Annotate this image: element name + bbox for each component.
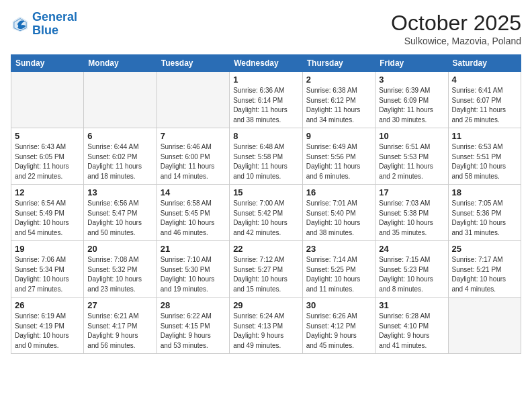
calendar-cell: 7Sunrise: 6:46 AMSunset: 6:00 PMDaylight… xyxy=(157,128,229,185)
calendar-table: SundayMondayTuesdayWednesdayThursdayFrid… xyxy=(11,54,521,354)
day-info: Sunrise: 7:00 AMSunset: 5:42 PMDaylight:… xyxy=(233,199,299,238)
weekday-header: Wednesday xyxy=(230,55,303,72)
day-number: 17 xyxy=(379,187,444,197)
calendar-cell: 9Sunrise: 6:49 AMSunset: 5:56 PMDaylight… xyxy=(302,128,375,185)
day-number: 9 xyxy=(306,131,371,141)
day-number: 5 xyxy=(15,131,80,141)
calendar-cell: 1Sunrise: 6:36 AMSunset: 6:14 PMDaylight… xyxy=(230,72,303,128)
day-number: 10 xyxy=(379,131,444,141)
day-info: Sunrise: 6:22 AMSunset: 4:15 PMDaylight:… xyxy=(161,312,226,351)
location-subtitle: Sulkowice, Mazovia, Poland xyxy=(391,36,521,46)
calendar-week-row: 12Sunrise: 6:54 AMSunset: 5:49 PMDayligh… xyxy=(11,185,521,241)
day-info: Sunrise: 6:56 AMSunset: 5:47 PMDaylight:… xyxy=(87,199,152,238)
day-number: 12 xyxy=(15,187,80,197)
day-info: Sunrise: 7:15 AMSunset: 5:23 PMDaylight:… xyxy=(379,255,444,294)
day-info: Sunrise: 7:06 AMSunset: 5:34 PMDaylight:… xyxy=(15,255,80,294)
logo-line2: Blue xyxy=(32,24,58,37)
day-number: 26 xyxy=(15,300,80,310)
calendar-cell: 15Sunrise: 7:00 AMSunset: 5:42 PMDayligh… xyxy=(230,185,303,241)
day-number: 23 xyxy=(306,244,371,254)
day-info: Sunrise: 6:54 AMSunset: 5:49 PMDaylight:… xyxy=(15,199,80,238)
calendar-cell: 26Sunrise: 6:19 AMSunset: 4:19 PMDayligh… xyxy=(11,298,84,354)
day-info: Sunrise: 6:51 AMSunset: 5:53 PMDaylight:… xyxy=(379,142,444,181)
day-number: 15 xyxy=(233,187,299,197)
day-info: Sunrise: 6:49 AMSunset: 5:56 PMDaylight:… xyxy=(306,142,371,181)
day-info: Sunrise: 6:38 AMSunset: 6:12 PMDaylight:… xyxy=(306,86,371,125)
day-info: Sunrise: 7:10 AMSunset: 5:30 PMDaylight:… xyxy=(161,255,226,294)
day-number: 28 xyxy=(161,300,226,310)
day-number: 29 xyxy=(233,300,299,310)
day-info: Sunrise: 6:53 AMSunset: 5:51 PMDaylight:… xyxy=(452,142,518,181)
day-number: 11 xyxy=(452,131,518,141)
day-number: 30 xyxy=(306,300,371,310)
calendar-cell: 28Sunrise: 6:22 AMSunset: 4:15 PMDayligh… xyxy=(157,298,229,354)
calendar-cell: 13Sunrise: 6:56 AMSunset: 5:47 PMDayligh… xyxy=(84,185,157,241)
day-number: 14 xyxy=(161,187,226,197)
weekday-header: Thursday xyxy=(302,55,375,72)
calendar-week-row: 5Sunrise: 6:43 AMSunset: 6:05 PMDaylight… xyxy=(11,128,521,185)
day-info: Sunrise: 6:43 AMSunset: 6:05 PMDaylight:… xyxy=(15,142,80,181)
calendar-cell: 17Sunrise: 7:03 AMSunset: 5:38 PMDayligh… xyxy=(375,185,448,241)
day-number: 7 xyxy=(161,131,226,141)
calendar-cell: 30Sunrise: 6:26 AMSunset: 4:12 PMDayligh… xyxy=(302,298,375,354)
month-title: October 2025 xyxy=(391,11,521,36)
day-info: Sunrise: 7:05 AMSunset: 5:36 PMDaylight:… xyxy=(452,199,518,238)
calendar-cell: 20Sunrise: 7:08 AMSunset: 5:32 PMDayligh… xyxy=(84,241,157,298)
day-number: 24 xyxy=(379,244,444,254)
calendar-cell: 8Sunrise: 6:48 AMSunset: 5:58 PMDaylight… xyxy=(230,128,303,185)
day-info: Sunrise: 6:48 AMSunset: 5:58 PMDaylight:… xyxy=(233,142,299,181)
calendar-cell: 25Sunrise: 7:17 AMSunset: 5:21 PMDayligh… xyxy=(448,241,521,298)
calendar-week-row: 26Sunrise: 6:19 AMSunset: 4:19 PMDayligh… xyxy=(11,298,521,354)
day-info: Sunrise: 6:36 AMSunset: 6:14 PMDaylight:… xyxy=(233,86,299,125)
day-info: Sunrise: 6:21 AMSunset: 4:17 PMDaylight:… xyxy=(87,312,152,351)
calendar-week-row: 1Sunrise: 6:36 AMSunset: 6:14 PMDaylight… xyxy=(11,72,521,128)
day-number: 13 xyxy=(87,187,152,197)
day-number: 22 xyxy=(233,244,299,254)
day-info: Sunrise: 7:17 AMSunset: 5:21 PMDaylight:… xyxy=(452,255,518,294)
day-number: 20 xyxy=(87,244,152,254)
calendar-cell: 23Sunrise: 7:14 AMSunset: 5:25 PMDayligh… xyxy=(302,241,375,298)
day-info: Sunrise: 7:12 AMSunset: 5:27 PMDaylight:… xyxy=(233,255,299,294)
day-info: Sunrise: 6:39 AMSunset: 6:09 PMDaylight:… xyxy=(379,86,444,125)
day-number: 8 xyxy=(233,131,299,141)
day-number: 27 xyxy=(87,300,152,310)
day-number: 1 xyxy=(233,75,299,85)
day-info: Sunrise: 7:08 AMSunset: 5:32 PMDaylight:… xyxy=(87,255,152,294)
day-info: Sunrise: 6:58 AMSunset: 5:45 PMDaylight:… xyxy=(161,199,226,238)
day-number: 18 xyxy=(452,187,518,197)
day-number: 4 xyxy=(452,75,518,85)
day-info: Sunrise: 6:26 AMSunset: 4:12 PMDaylight:… xyxy=(306,312,371,351)
calendar-cell: 18Sunrise: 7:05 AMSunset: 5:36 PMDayligh… xyxy=(448,185,521,241)
calendar-cell: 11Sunrise: 6:53 AMSunset: 5:51 PMDayligh… xyxy=(448,128,521,185)
logo-icon xyxy=(11,15,30,34)
day-number: 16 xyxy=(306,187,371,197)
day-number: 25 xyxy=(452,244,518,254)
calendar-cell: 6Sunrise: 6:44 AMSunset: 6:02 PMDaylight… xyxy=(84,128,157,185)
calendar-cell: 4Sunrise: 6:41 AMSunset: 6:07 PMDaylight… xyxy=(448,72,521,128)
calendar-cell: 12Sunrise: 6:54 AMSunset: 5:49 PMDayligh… xyxy=(11,185,84,241)
calendar-week-row: 19Sunrise: 7:06 AMSunset: 5:34 PMDayligh… xyxy=(11,241,521,298)
day-info: Sunrise: 6:24 AMSunset: 4:13 PMDaylight:… xyxy=(233,312,299,351)
calendar-cell: 3Sunrise: 6:39 AMSunset: 6:09 PMDaylight… xyxy=(375,72,448,128)
day-number: 6 xyxy=(87,131,152,141)
weekday-header: Tuesday xyxy=(157,55,229,72)
title-block: October 2025 Sulkowice, Mazovia, Poland xyxy=(391,11,521,46)
calendar-cell: 16Sunrise: 7:01 AMSunset: 5:40 PMDayligh… xyxy=(302,185,375,241)
weekday-header: Saturday xyxy=(448,55,521,72)
calendar-cell: 5Sunrise: 6:43 AMSunset: 6:05 PMDaylight… xyxy=(11,128,84,185)
day-info: Sunrise: 6:19 AMSunset: 4:19 PMDaylight:… xyxy=(15,312,80,351)
weekday-header: Sunday xyxy=(11,55,84,72)
logo: General Blue xyxy=(11,11,77,38)
calendar-cell xyxy=(448,298,521,354)
calendar-cell: 19Sunrise: 7:06 AMSunset: 5:34 PMDayligh… xyxy=(11,241,84,298)
day-info: Sunrise: 7:14 AMSunset: 5:25 PMDaylight:… xyxy=(306,255,371,294)
weekday-header: Monday xyxy=(84,55,157,72)
calendar-cell xyxy=(11,72,84,128)
calendar-cell: 31Sunrise: 6:28 AMSunset: 4:10 PMDayligh… xyxy=(375,298,448,354)
calendar-cell: 14Sunrise: 6:58 AMSunset: 5:45 PMDayligh… xyxy=(157,185,229,241)
day-info: Sunrise: 6:28 AMSunset: 4:10 PMDaylight:… xyxy=(379,312,444,351)
page-header: General Blue October 2025 Sulkowice, Maz… xyxy=(11,11,521,46)
weekday-header: Friday xyxy=(375,55,448,72)
day-number: 3 xyxy=(379,75,444,85)
day-info: Sunrise: 6:44 AMSunset: 6:02 PMDaylight:… xyxy=(87,142,152,181)
